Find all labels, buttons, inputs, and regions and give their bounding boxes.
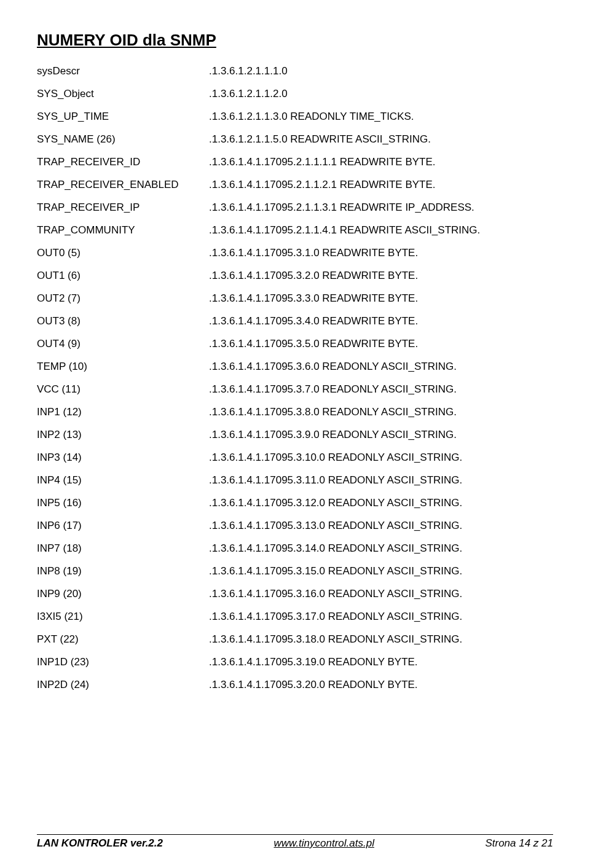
oid-label: INP1D (23) bbox=[37, 656, 209, 668]
oid-row: I3XI5 (21).1.3.6.1.4.1.17095.3.17.0 READ… bbox=[37, 611, 553, 623]
oid-value: .1.3.6.1.4.1.17095.2.1.1.1.1 READWRITE B… bbox=[209, 156, 553, 168]
oid-row: SYS_Object.1.3.6.1.2.1.1.2.0 bbox=[37, 88, 553, 100]
oid-row: TRAP_COMMUNITY.1.3.6.1.4.1.17095.2.1.1.4… bbox=[37, 224, 553, 237]
oid-label: TRAP_RECEIVER_ENABLED bbox=[37, 179, 209, 191]
oid-label: INP1 (12) bbox=[37, 406, 209, 418]
oid-row: INP9 (20).1.3.6.1.4.1.17095.3.16.0 READO… bbox=[37, 588, 553, 600]
oid-row: VCC (11).1.3.6.1.4.1.17095.3.7.0 READONL… bbox=[37, 383, 553, 396]
oid-label: INP5 (16) bbox=[37, 497, 209, 509]
oid-value: .1.3.6.1.4.1.17095.3.3.0 READWRITE BYTE. bbox=[209, 292, 553, 305]
oid-label: OUT3 (8) bbox=[37, 315, 209, 327]
oid-label: PXT (22) bbox=[37, 633, 209, 646]
oid-value: .1.3.6.1.4.1.17095.3.9.0 READONLY ASCII_… bbox=[209, 429, 553, 441]
oid-label: SYS_UP_TIME bbox=[37, 111, 209, 123]
oid-row: OUT3 (8).1.3.6.1.4.1.17095.3.4.0 READWRI… bbox=[37, 315, 553, 327]
oid-row: INP8 (19).1.3.6.1.4.1.17095.3.15.0 READO… bbox=[37, 565, 553, 577]
page-title: NUMERY OID dla SNMP bbox=[37, 31, 553, 50]
footer-page: Strona 14 z 21 bbox=[485, 837, 553, 850]
oid-label: INP9 (20) bbox=[37, 588, 209, 600]
oid-row: INP2D (24).1.3.6.1.4.1.17095.3.20.0 READ… bbox=[37, 679, 553, 691]
oid-value: .1.3.6.1.4.1.17095.3.6.0 READONLY ASCII_… bbox=[209, 361, 553, 373]
oid-row: TRAP_RECEIVER_ID.1.3.6.1.4.1.17095.2.1.1… bbox=[37, 156, 553, 168]
oid-row: OUT0 (5).1.3.6.1.4.1.17095.3.1.0 READWRI… bbox=[37, 247, 553, 259]
oid-row: INP7 (18).1.3.6.1.4.1.17095.3.14.0 READO… bbox=[37, 542, 553, 555]
oid-value: .1.3.6.1.4.1.17095.2.1.1.2.1 READWRITE B… bbox=[209, 179, 553, 191]
oid-label: sysDescr bbox=[37, 65, 209, 77]
oid-value: .1.3.6.1.2.1.1.2.0 bbox=[209, 88, 553, 100]
oid-row: OUT1 (6).1.3.6.1.4.1.17095.3.2.0 READWRI… bbox=[37, 270, 553, 282]
oid-label: INP8 (19) bbox=[37, 565, 209, 577]
oid-label: INP7 (18) bbox=[37, 542, 209, 555]
oid-value: .1.3.6.1.4.1.17095.3.20.0 READONLY BYTE. bbox=[209, 679, 553, 691]
oid-value: .1.3.6.1.4.1.17095.2.1.1.3.1 READWRITE I… bbox=[209, 201, 553, 214]
oid-value: .1.3.6.1.4.1.17095.3.10.0 READONLY ASCII… bbox=[209, 452, 553, 464]
oid-table: sysDescr.1.3.6.1.2.1.1.1.0SYS_Object.1.3… bbox=[37, 65, 553, 691]
oid-value: .1.3.6.1.4.1.17095.3.7.0 READONLY ASCII_… bbox=[209, 383, 553, 396]
oid-label: OUT4 (9) bbox=[37, 338, 209, 350]
oid-value: .1.3.6.1.4.1.17095.3.12.0 READONLY ASCII… bbox=[209, 497, 553, 509]
oid-label: OUT1 (6) bbox=[37, 270, 209, 282]
oid-value: .1.3.6.1.4.1.17095.3.11.0 READONLY ASCII… bbox=[209, 474, 553, 487]
oid-row: INP1 (12).1.3.6.1.4.1.17095.3.8.0 READON… bbox=[37, 406, 553, 418]
oid-value: .1.3.6.1.4.1.17095.3.8.0 READONLY ASCII_… bbox=[209, 406, 553, 418]
oid-row: INP6 (17).1.3.6.1.4.1.17095.3.13.0 READO… bbox=[37, 520, 553, 532]
oid-value: .1.3.6.1.2.1.1.5.0 READWRITE ASCII_STRIN… bbox=[209, 133, 553, 146]
oid-row: TRAP_RECEIVER_IP.1.3.6.1.4.1.17095.2.1.1… bbox=[37, 201, 553, 214]
oid-label: OUT0 (5) bbox=[37, 247, 209, 259]
oid-row: INP2 (13).1.3.6.1.4.1.17095.3.9.0 READON… bbox=[37, 429, 553, 441]
page-footer: LAN KONTROLER ver.2.2 www.tinycontrol.at… bbox=[37, 834, 553, 850]
oid-row: INP5 (16).1.3.6.1.4.1.17095.3.12.0 READO… bbox=[37, 497, 553, 509]
oid-value: .1.3.6.1.4.1.17095.3.4.0 READWRITE BYTE. bbox=[209, 315, 553, 327]
footer-link[interactable]: www.tinycontrol.ats.pl bbox=[273, 837, 374, 850]
oid-label: VCC (11) bbox=[37, 383, 209, 396]
oid-value: .1.3.6.1.4.1.17095.2.1.1.4.1 READWRITE A… bbox=[209, 224, 553, 237]
oid-label: INP3 (14) bbox=[37, 452, 209, 464]
oid-label: TRAP_RECEIVER_IP bbox=[37, 201, 209, 214]
oid-row: INP1D (23).1.3.6.1.4.1.17095.3.19.0 READ… bbox=[37, 656, 553, 668]
oid-value: .1.3.6.1.4.1.17095.3.17.0 READONLY ASCII… bbox=[209, 611, 553, 623]
oid-value: .1.3.6.1.4.1.17095.3.16.0 READONLY ASCII… bbox=[209, 588, 553, 600]
oid-label: TRAP_RECEIVER_ID bbox=[37, 156, 209, 168]
oid-label: SYS_Object bbox=[37, 88, 209, 100]
oid-label: INP6 (17) bbox=[37, 520, 209, 532]
oid-label: INP2D (24) bbox=[37, 679, 209, 691]
oid-label: I3XI5 (21) bbox=[37, 611, 209, 623]
oid-label: SYS_NAME (26) bbox=[37, 133, 209, 146]
oid-label: INP2 (13) bbox=[37, 429, 209, 441]
oid-value: .1.3.6.1.4.1.17095.3.1.0 READWRITE BYTE. bbox=[209, 247, 553, 259]
oid-row: OUT4 (9).1.3.6.1.4.1.17095.3.5.0 READWRI… bbox=[37, 338, 553, 350]
oid-value: .1.3.6.1.4.1.17095.3.13.0 READONLY ASCII… bbox=[209, 520, 553, 532]
oid-value: .1.3.6.1.4.1.17095.3.2.0 READWRITE BYTE. bbox=[209, 270, 553, 282]
oid-row: INP4 (15).1.3.6.1.4.1.17095.3.11.0 READO… bbox=[37, 474, 553, 487]
oid-label: TEMP (10) bbox=[37, 361, 209, 373]
oid-row: sysDescr.1.3.6.1.2.1.1.1.0 bbox=[37, 65, 553, 77]
oid-row: SYS_NAME (26).1.3.6.1.2.1.1.5.0 READWRIT… bbox=[37, 133, 553, 146]
oid-row: TRAP_RECEIVER_ENABLED.1.3.6.1.4.1.17095.… bbox=[37, 179, 553, 191]
oid-value: .1.3.6.1.2.1.1.1.0 bbox=[209, 65, 553, 77]
oid-value: .1.3.6.1.2.1.1.3.0 READONLY TIME_TICKS. bbox=[209, 111, 553, 123]
oid-label: OUT2 (7) bbox=[37, 292, 209, 305]
oid-value: .1.3.6.1.4.1.17095.3.14.0 READONLY ASCII… bbox=[209, 542, 553, 555]
oid-value: .1.3.6.1.4.1.17095.3.15.0 READONLY ASCII… bbox=[209, 565, 553, 577]
oid-label: INP4 (15) bbox=[37, 474, 209, 487]
oid-row: SYS_UP_TIME.1.3.6.1.2.1.1.3.0 READONLY T… bbox=[37, 111, 553, 123]
oid-value: .1.3.6.1.4.1.17095.3.19.0 READONLY BYTE. bbox=[209, 656, 553, 668]
oid-label: TRAP_COMMUNITY bbox=[37, 224, 209, 237]
oid-value: .1.3.6.1.4.1.17095.3.18.0 READONLY ASCII… bbox=[209, 633, 553, 646]
oid-row: INP3 (14).1.3.6.1.4.1.17095.3.10.0 READO… bbox=[37, 452, 553, 464]
oid-value: .1.3.6.1.4.1.17095.3.5.0 READWRITE BYTE. bbox=[209, 338, 553, 350]
oid-row: OUT2 (7).1.3.6.1.4.1.17095.3.3.0 READWRI… bbox=[37, 292, 553, 305]
oid-row: TEMP (10).1.3.6.1.4.1.17095.3.6.0 READON… bbox=[37, 361, 553, 373]
oid-row: PXT (22).1.3.6.1.4.1.17095.3.18.0 READON… bbox=[37, 633, 553, 646]
footer-product: LAN KONTROLER ver.2.2 bbox=[37, 837, 163, 850]
